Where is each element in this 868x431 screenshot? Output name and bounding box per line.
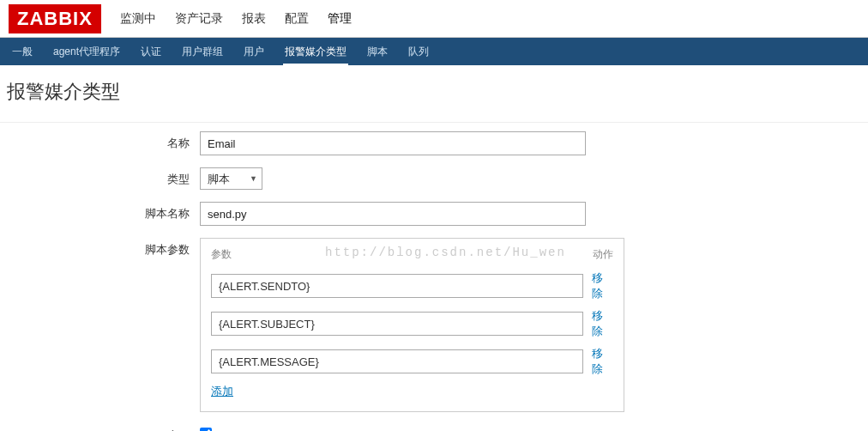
remove-link-1[interactable]: 移除 — [592, 308, 613, 339]
label-script-name: 脚本名称 — [7, 202, 200, 222]
subnav-general[interactable]: 一般 — [10, 38, 34, 66]
sub-nav: 一般 agent代理程序 认证 用户群组 用户 报警媒介类型 脚本 队列 — [0, 38, 868, 65]
label-script-params: 脚本参数 — [7, 238, 200, 258]
param-row: 移除 — [211, 270, 613, 301]
param-row: 移除 — [211, 346, 613, 377]
params-header: 参数 动作 — [211, 247, 613, 262]
row-enabled: 已启用 — [7, 424, 861, 431]
label-enabled: 已启用 — [7, 424, 200, 431]
nav-inventory[interactable]: 资产记录 — [173, 1, 225, 37]
subnav-scripts[interactable]: 脚本 — [365, 38, 389, 66]
param-row: 移除 — [211, 308, 613, 339]
content-area: 名称 类型 脚本 ▼ 脚本名称 脚本参数 http://blog.csdn.ne… — [0, 122, 868, 431]
row-type: 类型 脚本 ▼ — [7, 167, 861, 190]
subnav-users[interactable]: 用户 — [242, 38, 266, 66]
nav-configuration[interactable]: 配置 — [283, 1, 310, 37]
params-header-action: 动作 — [593, 247, 613, 262]
select-type[interactable]: 脚本 — [200, 167, 262, 190]
nav-monitoring[interactable]: 监测中 — [118, 1, 158, 37]
subnav-queue[interactable]: 队列 — [407, 38, 431, 66]
subnav-proxies[interactable]: agent代理程序 — [51, 38, 122, 66]
nav-administration[interactable]: 管理 — [326, 1, 353, 37]
nav-reports[interactable]: 报表 — [240, 1, 268, 37]
param-input-1[interactable] — [211, 312, 583, 336]
row-name: 名称 — [7, 131, 861, 155]
params-header-col: 参数 — [211, 247, 232, 262]
label-name: 名称 — [7, 131, 200, 151]
label-type: 类型 — [7, 167, 200, 187]
param-input-0[interactable] — [211, 274, 583, 298]
row-script-name: 脚本名称 — [7, 202, 861, 226]
subnav-auth[interactable]: 认证 — [139, 38, 163, 66]
params-box: http://blog.csdn.net/Hu_wen 参数 动作 移除 移除 … — [200, 238, 624, 412]
row-script-params: 脚本参数 http://blog.csdn.net/Hu_wen 参数 动作 移… — [7, 238, 861, 412]
add-param-link[interactable]: 添加 — [211, 385, 233, 398]
subnav-user-groups[interactable]: 用户群组 — [180, 38, 225, 66]
checkbox-enabled[interactable] — [200, 428, 212, 431]
remove-link-2[interactable]: 移除 — [592, 346, 613, 377]
logo[interactable]: ZABBIX — [9, 4, 101, 33]
remove-link-0[interactable]: 移除 — [592, 270, 613, 301]
param-input-2[interactable] — [211, 349, 583, 373]
page-title: 报警媒介类型 — [0, 65, 868, 122]
input-name[interactable] — [200, 131, 586, 155]
main-nav: 监测中 资产记录 报表 配置 管理 — [118, 1, 353, 37]
main-header: ZABBIX 监测中 资产记录 报表 配置 管理 — [0, 0, 868, 38]
subnav-media-types[interactable]: 报警媒介类型 — [283, 38, 348, 66]
input-script-name[interactable] — [200, 202, 586, 226]
